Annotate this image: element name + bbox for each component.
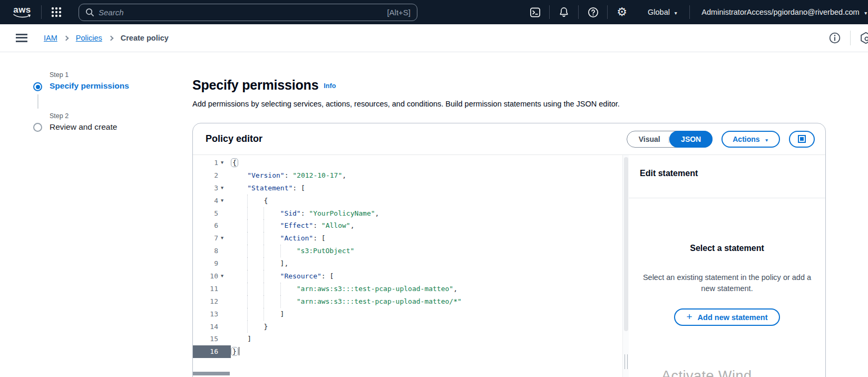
code-line-13[interactable]: 13] bbox=[193, 308, 622, 321]
code-text: ], bbox=[231, 257, 288, 270]
add-new-statement-button[interactable]: Add new statement bbox=[674, 308, 779, 326]
notifications-bell-icon[interactable] bbox=[555, 3, 573, 21]
fold-arrow-icon[interactable] bbox=[218, 157, 231, 169]
code-line-6[interactable]: 6"Effect": "Allow", bbox=[193, 219, 622, 232]
aws-logo-text: aws bbox=[13, 6, 31, 14]
line-number: 16 bbox=[193, 345, 218, 358]
chevron-down-icon bbox=[765, 135, 769, 143]
code-text: "Resource": [ bbox=[231, 270, 334, 283]
fold-spacer bbox=[218, 321, 231, 333]
fold-arrow-icon[interactable] bbox=[218, 232, 231, 245]
code-line-3[interactable]: 3"Statement": [ bbox=[193, 182, 622, 195]
toggle-json-selected[interactable]: JSON bbox=[669, 131, 713, 148]
statement-panel-header: Edit statement bbox=[629, 155, 825, 198]
top-nav: aws [Alt+S] bbox=[0, 0, 868, 24]
policy-editor-title: Policy editor bbox=[206, 133, 262, 144]
actions-button[interactable]: Actions bbox=[721, 131, 780, 148]
code-line-14[interactable]: 14} bbox=[193, 321, 622, 333]
code-line-2[interactable]: 2"Version": "2012-10-17", bbox=[193, 169, 622, 182]
empty-state-title: Select a statement bbox=[629, 244, 825, 253]
scrollbar-thumb[interactable] bbox=[624, 157, 628, 331]
code-line-1[interactable]: 1{ bbox=[193, 157, 622, 169]
menu-icon[interactable] bbox=[16, 34, 27, 42]
step-radio-inactive-icon bbox=[33, 123, 42, 132]
code-line-8[interactable]: 8"s3:PutObject" bbox=[193, 245, 622, 257]
visual-json-toggle: Visual | JSON bbox=[627, 131, 713, 148]
code-line-9[interactable]: 9], bbox=[193, 257, 622, 270]
divider bbox=[850, 31, 851, 45]
fold-spacer bbox=[218, 257, 231, 270]
global-search[interactable]: [Alt+S] bbox=[79, 4, 417, 21]
code-text: "arn:aws:s3:::test-pcap-upload-matteo/*" bbox=[231, 295, 462, 308]
page-description: Add permissions by selecting services, a… bbox=[192, 100, 825, 108]
fold-spacer bbox=[218, 295, 231, 308]
line-number: 10 bbox=[193, 270, 218, 283]
code-line-5[interactable]: 5"Sid": "YourPolicyName", bbox=[193, 207, 622, 220]
nav-divider bbox=[41, 5, 42, 19]
account-menu[interactable]: AdministratorAccess/pgiordano@riverbed.c… bbox=[701, 8, 868, 16]
expand-editor-button[interactable] bbox=[789, 131, 815, 148]
code-text: "Action": [ bbox=[231, 232, 326, 245]
statement-panel-body: Select a statement Select an existing st… bbox=[629, 198, 825, 326]
step-number: Step 1 bbox=[50, 71, 167, 79]
resize-grip-icon[interactable] bbox=[625, 354, 628, 369]
statement-panel-title: Edit statement bbox=[640, 169, 698, 178]
code-text: { bbox=[231, 195, 268, 207]
fold-arrow-icon[interactable] bbox=[218, 182, 231, 195]
info-link[interactable]: Info bbox=[324, 82, 336, 90]
chevron-right-icon bbox=[63, 35, 69, 41]
search-input[interactable] bbox=[99, 8, 383, 17]
edit-statement-panel: Edit statement Select a statement Select… bbox=[629, 155, 825, 377]
aws-logo[interactable]: aws bbox=[13, 6, 32, 18]
editor-vertical-scrollbar[interactable] bbox=[622, 155, 629, 377]
code-line-12[interactable]: 12"arn:aws:s3:::test-pcap-upload-matteo/… bbox=[193, 295, 622, 308]
step-radio-active-icon bbox=[33, 82, 42, 91]
policy-editor-card: Policy editor Visual | JSON Actions 1{2"… bbox=[192, 123, 826, 377]
code-text: ] bbox=[231, 333, 251, 345]
fold-spacer bbox=[218, 219, 231, 232]
actions-label: Actions bbox=[733, 135, 759, 143]
nav-divider bbox=[578, 5, 579, 19]
line-number: 11 bbox=[193, 283, 218, 295]
toggle-visual[interactable]: Visual bbox=[627, 135, 668, 143]
line-number: 4 bbox=[193, 195, 218, 207]
aws-smile-icon bbox=[13, 14, 32, 18]
step-connector bbox=[37, 94, 38, 109]
chevron-right-icon bbox=[108, 35, 113, 41]
code-line-7[interactable]: 7"Action": [ bbox=[193, 232, 622, 245]
breadcrumb-link-policies[interactable]: Policies bbox=[76, 34, 102, 42]
code-text: { bbox=[231, 157, 238, 169]
help-icon[interactable] bbox=[584, 3, 602, 21]
search-shortcut: [Alt+S] bbox=[387, 8, 411, 17]
code-line-11[interactable]: 11"arn:aws:s3:::test-pcap-upload-matteo"… bbox=[193, 283, 622, 295]
page-header: Specify permissionsInfo Add permissions … bbox=[192, 78, 825, 108]
cloudshell-icon[interactable] bbox=[526, 3, 544, 21]
step-label: Review and create bbox=[50, 122, 167, 132]
code-line-16[interactable]: 16} bbox=[193, 345, 622, 358]
fold-spacer bbox=[218, 245, 231, 257]
json-code-editor[interactable]: 1{2"Version": "2012-10-17",3"Statement":… bbox=[193, 155, 622, 377]
line-number: 1 bbox=[193, 157, 218, 169]
region-selector[interactable]: Global bbox=[648, 8, 678, 16]
breadcrumb-bar: IAM Policies Create policy bbox=[0, 24, 868, 52]
steps-nav: Step 1 Specify permissions Step 2 Review… bbox=[30, 71, 167, 132]
apps-grid-icon[interactable] bbox=[50, 6, 63, 18]
code-line-10[interactable]: 10"Resource": [ bbox=[193, 270, 622, 283]
editor-controls: Visual | JSON Actions bbox=[627, 131, 815, 148]
step-2-review-and-create[interactable]: Step 2 Review and create bbox=[30, 112, 167, 132]
line-number: 14 bbox=[193, 321, 218, 333]
fold-arrow-icon[interactable] bbox=[218, 270, 231, 283]
fold-spacer bbox=[218, 333, 231, 345]
breadcrumb-right-group bbox=[828, 31, 868, 45]
step-1-specify-permissions[interactable]: Step 1 Specify permissions bbox=[30, 71, 167, 91]
settings-gear-icon[interactable]: ⚙ bbox=[613, 3, 631, 21]
code-line-15[interactable]: 15] bbox=[193, 333, 622, 345]
line-number: 7 bbox=[193, 232, 218, 245]
hexagon-icon[interactable] bbox=[859, 31, 868, 45]
fold-arrow-icon[interactable] bbox=[218, 195, 231, 207]
breadcrumb-link-iam[interactable]: IAM bbox=[44, 34, 57, 42]
nav-divider bbox=[689, 5, 690, 19]
info-icon[interactable] bbox=[828, 31, 842, 45]
code-line-4[interactable]: 4{ bbox=[193, 195, 622, 207]
horizontal-scrollbar[interactable] bbox=[193, 372, 230, 375]
